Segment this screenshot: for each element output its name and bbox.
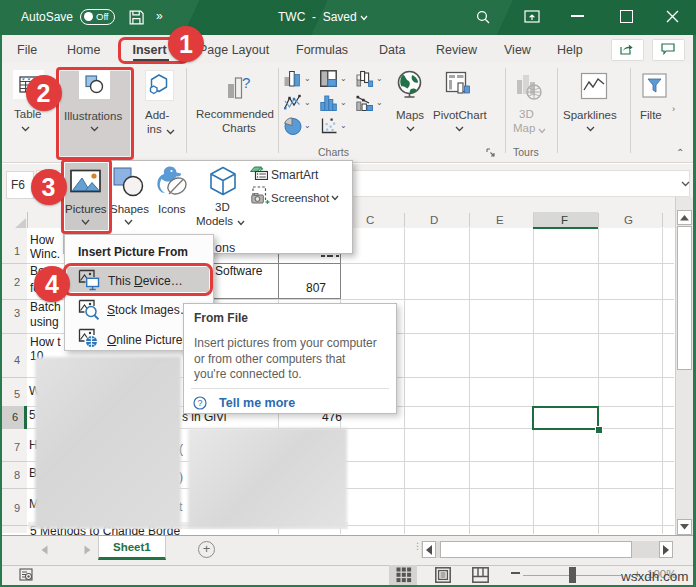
svg-text:?: ? [242, 74, 250, 91]
svg-text:?: ? [198, 398, 203, 408]
